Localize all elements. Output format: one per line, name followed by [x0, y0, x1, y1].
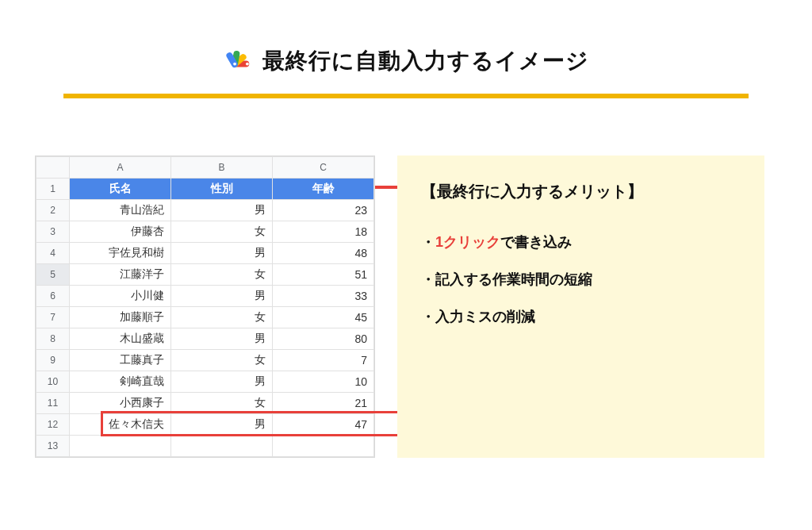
cell[interactable]: 80	[273, 328, 374, 350]
cell[interactable]: 男	[171, 414, 273, 436]
row-header[interactable]: 10	[36, 371, 70, 393]
cell[interactable]: 男	[171, 243, 273, 264]
callout-title: 【最終行に入力するメリット】	[421, 181, 741, 202]
row-header[interactable]: 8	[36, 328, 70, 350]
column-header-b[interactable]: B	[171, 157, 273, 179]
content: A B C 1 氏名 性別 年齢 2 青山浩紀 男 23 3 伊藤杏 女 18	[0, 98, 812, 458]
cell[interactable]: 木山盛蔵	[70, 328, 171, 350]
row-header[interactable]: 3	[36, 221, 70, 243]
header: 最終行に自動入力するイメージ	[0, 0, 812, 87]
cell[interactable]: 女	[171, 393, 273, 414]
table-header-gender[interactable]: 性別	[171, 179, 273, 200]
cell[interactable]: 48	[273, 243, 374, 264]
page-title: 最終行に自動入力するイメージ	[262, 46, 589, 76]
callout-accent: 1クリック	[435, 234, 500, 250]
row-header[interactable]: 1	[36, 179, 70, 200]
cell[interactable]: 剣崎直哉	[70, 371, 171, 393]
table-row: 9 工藤真子 女 7	[36, 350, 374, 371]
callout-item: ・入力ミスの削減	[421, 305, 741, 328]
cell[interactable]: 23	[273, 200, 374, 221]
callout-item: ・1クリックで書き込み	[421, 231, 741, 254]
svg-point-4	[233, 63, 236, 66]
apps-script-logo-icon	[223, 44, 253, 78]
column-header-a[interactable]: A	[70, 157, 171, 179]
column-header-c[interactable]: C	[273, 157, 374, 179]
cell[interactable]: 工藤真子	[70, 350, 171, 371]
cell-empty[interactable]	[171, 436, 273, 457]
cell[interactable]: 男	[171, 371, 273, 393]
cell[interactable]: 小川健	[70, 286, 171, 307]
cell[interactable]: 女	[171, 307, 273, 328]
cell[interactable]: 33	[273, 286, 374, 307]
bullet: ・	[421, 234, 435, 250]
callout-text: 記入する作業時間の短縮	[435, 271, 592, 287]
table-row: 11 小西康子 女 21	[36, 393, 374, 414]
cell-empty[interactable]	[70, 436, 171, 457]
row-header[interactable]: 4	[36, 243, 70, 264]
cell[interactable]: 21	[273, 393, 374, 414]
table-row: 6 小川健 男 33	[36, 286, 374, 307]
cell[interactable]: 18	[273, 221, 374, 243]
table-row: 4 宇佐見和樹 男 48	[36, 243, 374, 264]
callout-item: ・記入する作業時間の短縮	[421, 268, 741, 291]
table-row: 7 加藤順子 女 45	[36, 307, 374, 328]
cell[interactable]: 7	[273, 350, 374, 371]
table-row: 5 江藤洋子 女 51	[36, 264, 374, 286]
sheet-corner[interactable]	[36, 157, 70, 179]
row-header[interactable]: 6	[36, 286, 70, 307]
cell[interactable]: 男	[171, 286, 273, 307]
cell[interactable]: 45	[273, 307, 374, 328]
cell[interactable]: 佐々木信夫	[70, 414, 171, 436]
bullet: ・	[421, 309, 435, 325]
table-row: 10 剣崎直哉 男 10	[36, 371, 374, 393]
cell[interactable]: 10	[273, 371, 374, 393]
table-header-name[interactable]: 氏名	[70, 179, 171, 200]
cell[interactable]: 女	[171, 221, 273, 243]
cell[interactable]: 小西康子	[70, 393, 171, 414]
row-header[interactable]: 12	[36, 414, 70, 436]
row-header[interactable]: 11	[36, 393, 70, 414]
cell[interactable]: 伊藤杏	[70, 221, 171, 243]
callout-text: 入力ミスの削減	[435, 309, 535, 325]
table-row-empty: 13	[36, 436, 374, 457]
row-header[interactable]: 7	[36, 307, 70, 328]
svg-point-5	[246, 63, 249, 66]
cell[interactable]: 宇佐見和樹	[70, 243, 171, 264]
row-header[interactable]: 13	[36, 436, 70, 457]
cell[interactable]: 51	[273, 264, 374, 286]
cell[interactable]: 江藤洋子	[70, 264, 171, 286]
row-header[interactable]: 5	[36, 264, 70, 286]
cell-empty[interactable]	[273, 436, 374, 457]
row-header[interactable]: 2	[36, 200, 70, 221]
table-header-age[interactable]: 年齢	[273, 179, 374, 200]
cell[interactable]: 男	[171, 328, 273, 350]
cell[interactable]: 女	[171, 350, 273, 371]
cell[interactable]: 加藤順子	[70, 307, 171, 328]
callout-list: ・1クリックで書き込み ・記入する作業時間の短縮 ・入力ミスの削減	[421, 231, 741, 328]
table-row: 3 伊藤杏 女 18	[36, 221, 374, 243]
table-row-highlighted: 12 佐々木信夫 男 47	[36, 414, 374, 436]
cell[interactable]: 男	[171, 200, 273, 221]
callout-panel: 【最終行に入力するメリット】 ・1クリックで書き込み ・記入する作業時間の短縮 …	[397, 156, 764, 458]
cell[interactable]: 女	[171, 264, 273, 286]
cell[interactable]: 47	[273, 414, 374, 436]
table-row: 8 木山盛蔵 男 80	[36, 328, 374, 350]
table-row: 2 青山浩紀 男 23	[36, 200, 374, 221]
spreadsheet: A B C 1 氏名 性別 年齢 2 青山浩紀 男 23 3 伊藤杏 女 18	[35, 156, 375, 458]
cell[interactable]: 青山浩紀	[70, 200, 171, 221]
bullet: ・	[421, 271, 435, 287]
row-header[interactable]: 9	[36, 350, 70, 371]
callout-text: で書き込み	[500, 234, 572, 250]
